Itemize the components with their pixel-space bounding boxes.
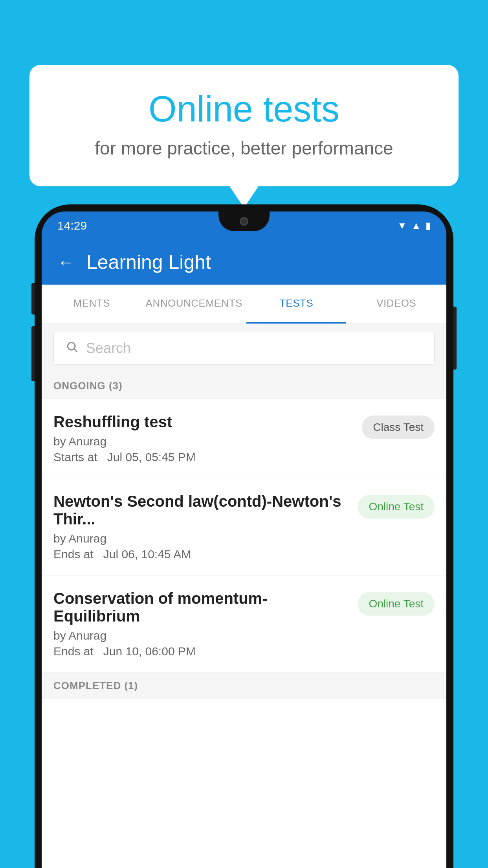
- test-item[interactable]: Conservation of momentum-Equilibrium by …: [42, 576, 446, 673]
- test-author: by Anurag: [53, 435, 354, 448]
- wifi-icon: ▼: [397, 220, 407, 231]
- svg-line-1: [74, 349, 77, 352]
- app-header: ← Learning Light: [42, 240, 446, 285]
- speech-bubble-subtitle: for more practice, better performance: [61, 138, 427, 159]
- search-input[interactable]: Search: [86, 340, 131, 357]
- test-time: Starts at Jul 05, 05:45 PM: [53, 451, 354, 464]
- test-item-info: Newton's Second law(contd)-Newton's Thir…: [53, 493, 350, 561]
- tabs-bar: MENTS ANNOUNCEMENTS TESTS VIDEOS: [42, 285, 446, 324]
- test-name: Conservation of momentum-Equilibrium: [53, 590, 350, 625]
- test-author: by Anurag: [53, 532, 350, 545]
- back-button[interactable]: ←: [57, 252, 75, 272]
- status-icons: ▼ ▲ ▮: [397, 220, 431, 231]
- front-camera: [240, 217, 248, 226]
- phone-power: [453, 307, 457, 370]
- tab-videos[interactable]: VIDEOS: [346, 285, 446, 324]
- tab-ments[interactable]: MENTS: [42, 285, 142, 324]
- ongoing-section-header: ONGOING (3): [42, 373, 446, 399]
- tab-announcements[interactable]: ANNOUNCEMENTS: [142, 285, 246, 324]
- app-title: Learning Light: [86, 251, 211, 274]
- phone-vol-down: [31, 326, 35, 381]
- test-time: Ends at Jul 06, 10:45 AM: [53, 548, 350, 561]
- test-badge-online: Online Test: [358, 592, 435, 616]
- test-item-info: Conservation of momentum-Equilibrium by …: [53, 590, 350, 658]
- test-author: by Anurag: [53, 629, 350, 642]
- phone-vol-up: [31, 283, 35, 314]
- speech-bubble: Online tests for more practice, better p…: [29, 65, 459, 186]
- test-time: Ends at Jun 10, 06:00 PM: [53, 645, 350, 658]
- signal-icon: ▲: [411, 220, 421, 231]
- test-item[interactable]: Newton's Second law(contd)-Newton's Thir…: [42, 478, 446, 576]
- battery-icon: ▮: [426, 220, 431, 231]
- app-screen: ← Learning Light MENTS ANNOUNCEMENTS TES…: [42, 240, 446, 868]
- search-icon: [66, 340, 78, 357]
- speech-bubble-title: Online tests: [61, 88, 427, 130]
- test-name: Newton's Second law(contd)-Newton's Thir…: [53, 493, 350, 528]
- search-container: Search: [42, 324, 446, 373]
- tab-tests[interactable]: TESTS: [246, 285, 347, 324]
- svg-point-0: [68, 342, 75, 350]
- test-badge-class: Class Test: [362, 416, 435, 439]
- phone-time: 14:29: [57, 219, 87, 232]
- test-item[interactable]: Reshuffling test by Anurag Starts at Jul…: [42, 399, 446, 478]
- test-name: Reshuffling test: [53, 413, 354, 431]
- phone-notch: [218, 211, 270, 231]
- completed-section-header: COMPLETED (1): [42, 673, 446, 699]
- test-item-info: Reshuffling test by Anurag Starts at Jul…: [53, 413, 354, 464]
- test-list: Reshuffling test by Anurag Starts at Jul…: [42, 399, 446, 868]
- test-badge-online: Online Test: [358, 495, 435, 519]
- search-bar[interactable]: Search: [53, 332, 435, 365]
- status-bar: 14:29 ▼ ▲ ▮: [42, 211, 446, 240]
- phone-frame: 14:29 ▼ ▲ ▮ ← Learning Light MENTS ANNOU…: [35, 204, 453, 868]
